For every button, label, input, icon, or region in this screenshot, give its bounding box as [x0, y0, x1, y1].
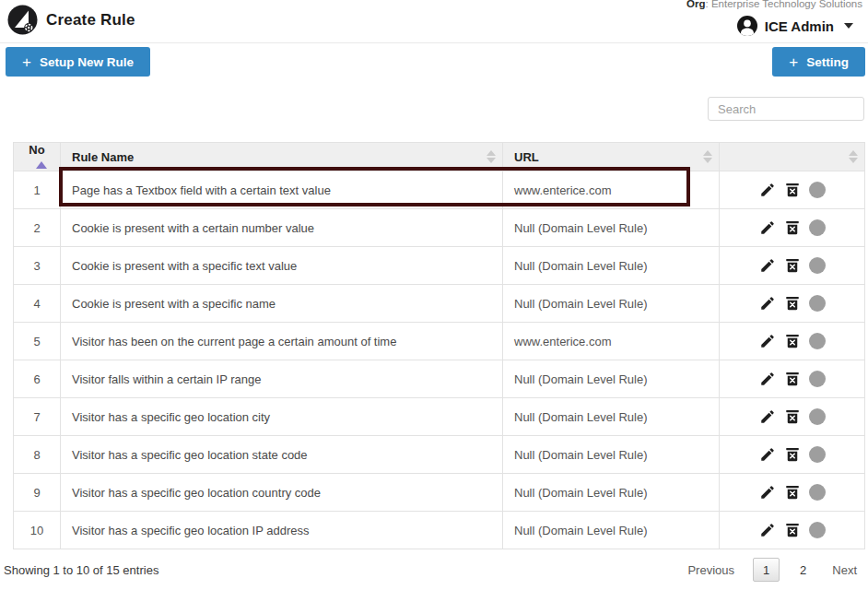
row-number: 7 — [14, 398, 61, 436]
pencil-icon — [759, 219, 776, 236]
trash-x-icon — [784, 522, 801, 538]
page-title: Create Rule — [46, 11, 135, 30]
trash-x-icon — [784, 333, 801, 349]
url-cell: Null (Domain Level Rule) — [503, 360, 720, 398]
delete-button[interactable] — [784, 484, 801, 501]
avatar-icon — [736, 15, 758, 37]
row-number: 1 — [14, 171, 61, 209]
delete-button[interactable] — [784, 219, 801, 236]
edit-button[interactable] — [759, 484, 776, 501]
status-circle-icon[interactable] — [809, 446, 826, 463]
edit-button[interactable] — [759, 257, 776, 274]
table-row[interactable]: 4 Cookie is present with a specific name… — [14, 285, 865, 323]
sort-icon — [703, 150, 712, 163]
table-row[interactable]: 10 Visitor has a specific geo location I… — [14, 512, 865, 549]
edit-button[interactable] — [759, 408, 776, 425]
pencil-icon — [759, 182, 776, 198]
delete-button[interactable] — [784, 522, 801, 538]
page-1-button[interactable]: 1 — [753, 558, 780, 582]
page-2-button[interactable]: 2 — [792, 560, 814, 581]
edit-button[interactable] — [759, 522, 776, 538]
status-circle-icon[interactable] — [809, 408, 826, 425]
row-number: 6 — [14, 360, 61, 398]
user-menu[interactable]: ICE Admin — [736, 15, 853, 37]
status-circle-icon[interactable] — [809, 484, 826, 501]
url-cell: www.enterice.com — [503, 323, 720, 360]
delete-button[interactable] — [784, 295, 801, 312]
chevron-down-icon — [844, 23, 853, 29]
table-header-row: No Rule Name URL — [14, 143, 865, 171]
row-number: 4 — [14, 285, 61, 323]
app-logo-icon — [7, 5, 38, 35]
brand: Create Rule — [7, 5, 135, 35]
row-number: 5 — [14, 323, 61, 360]
rules-table: No Rule Name URL 1 Page has a Textbox fi… — [13, 142, 864, 549]
status-circle-icon[interactable] — [809, 333, 826, 349]
row-number: 2 — [14, 209, 61, 247]
trash-x-icon — [784, 257, 801, 274]
rule-name-cell: Page has a Textbox field with a certain … — [61, 171, 503, 209]
setting-button[interactable]: + Setting — [772, 47, 865, 77]
table-row[interactable]: 3 Cookie is present with a specific text… — [14, 247, 865, 285]
table-row[interactable]: 2 Cookie is present with a certain numbe… — [14, 209, 865, 247]
status-circle-icon[interactable] — [809, 257, 826, 274]
previous-page-button[interactable]: Previous — [682, 560, 740, 581]
edit-button[interactable] — [759, 446, 776, 463]
row-number: 10 — [14, 512, 61, 549]
table-row[interactable]: 1 Page has a Textbox field with a certai… — [14, 171, 865, 209]
rule-name-cell: Cookie is present with a specific text v… — [61, 247, 503, 285]
rule-name-cell: Visitor has a specific geo location coun… — [61, 474, 503, 512]
column-header-url[interactable]: URL — [503, 143, 720, 171]
trash-x-icon — [784, 371, 801, 387]
rule-name-cell: Visitor has been on the current page a c… — [61, 323, 503, 360]
search-input[interactable] — [708, 97, 864, 121]
table-row[interactable]: 7 Visitor has a specific geo location ci… — [14, 398, 865, 436]
status-circle-icon[interactable] — [809, 182, 826, 198]
table-body: 1 Page has a Textbox field with a certai… — [14, 171, 865, 549]
delete-button[interactable] — [784, 182, 801, 198]
delete-button[interactable] — [784, 408, 801, 425]
table-row[interactable]: 8 Visitor has a specific geo location st… — [14, 436, 865, 474]
trash-x-icon — [784, 408, 801, 425]
status-circle-icon[interactable] — [809, 522, 826, 538]
top-bar: Create Rule Org: Enterprise Technology S… — [0, 0, 868, 43]
pencil-icon — [759, 522, 776, 538]
table-footer: Showing 1 to 10 of 15 entries Previous 1… — [0, 558, 868, 582]
next-page-button[interactable]: Next — [827, 560, 862, 581]
pencil-icon — [759, 446, 776, 463]
delete-button[interactable] — [784, 333, 801, 349]
table-row[interactable]: 6 Visitor falls within a certain IP rang… — [14, 360, 865, 398]
rule-name-cell: Cookie is present with a specific name — [61, 285, 503, 323]
trash-x-icon — [784, 295, 801, 312]
setup-new-rule-button[interactable]: + Setup New Rule — [6, 47, 150, 77]
edit-button[interactable] — [759, 333, 776, 349]
pencil-icon — [759, 333, 776, 349]
rule-name-cell: Visitor has a specific geo location stat… — [61, 436, 503, 474]
column-header-no[interactable]: No — [14, 143, 61, 171]
status-circle-icon[interactable] — [809, 371, 826, 387]
delete-button[interactable] — [784, 371, 801, 387]
column-header-actions[interactable] — [720, 143, 865, 171]
edit-button[interactable] — [759, 371, 776, 387]
edit-button[interactable] — [759, 182, 776, 198]
url-cell: Null (Domain Level Rule) — [503, 247, 720, 285]
org-label: Org: Enterprise Technology Solutions — [686, 0, 862, 9]
status-circle-icon[interactable] — [809, 219, 826, 236]
url-cell: Null (Domain Level Rule) — [503, 285, 720, 323]
user-name: ICE Admin — [765, 18, 834, 34]
trash-x-icon — [784, 182, 801, 198]
table-row[interactable]: 5 Visitor has been on the current page a… — [14, 323, 865, 360]
delete-button[interactable] — [784, 257, 801, 274]
column-header-rule-name[interactable]: Rule Name — [61, 143, 503, 171]
status-circle-icon[interactable] — [809, 295, 826, 312]
trash-x-icon — [784, 219, 801, 236]
pencil-icon — [759, 371, 776, 387]
edit-button[interactable] — [759, 219, 776, 236]
edit-button[interactable] — [759, 295, 776, 312]
plus-icon: + — [789, 54, 798, 70]
row-number: 3 — [14, 247, 61, 285]
delete-button[interactable] — [784, 446, 801, 463]
url-cell: Null (Domain Level Rule) — [503, 474, 720, 512]
table-row[interactable]: 9 Visitor has a specific geo location co… — [14, 474, 865, 512]
url-cell: www.enterice.com — [503, 171, 720, 209]
